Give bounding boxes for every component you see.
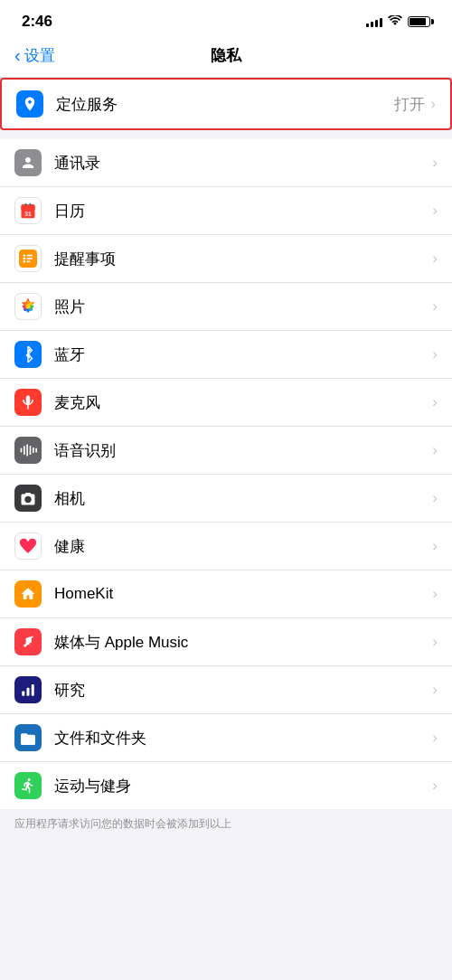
back-label: 设置 [24, 45, 55, 66]
photos-label: 照片 [54, 297, 432, 317]
health-label: 健康 [54, 536, 432, 557]
svg-rect-28 [35, 448, 37, 453]
chevron-icon: › [432, 250, 438, 268]
calendar-icon: 31 [14, 197, 42, 224]
svg-point-9 [24, 260, 26, 263]
svg-rect-24 [24, 446, 25, 455]
research-item[interactable]: 研究 › [0, 666, 452, 714]
chevron-icon: › [432, 537, 438, 555]
chevron-icon: › [432, 154, 438, 172]
bluetooth-label: 蓝牙 [54, 344, 432, 365]
svg-rect-31 [27, 688, 30, 696]
location-services-value: 打开 [394, 94, 425, 115]
svg-text:31: 31 [24, 211, 32, 217]
location-services-label: 定位服务 [56, 94, 394, 115]
speech-item[interactable]: 语音识别 › [0, 427, 452, 475]
chevron-icon: › [432, 777, 438, 795]
section-divider [0, 130, 452, 139]
reminders-item[interactable]: 提醒事项 › [0, 235, 452, 283]
contacts-icon [14, 149, 42, 176]
bottom-note: 应用程序请求访问您的数据时会被添加到以上 [0, 809, 452, 839]
svg-point-8 [24, 258, 26, 260]
speech-icon [14, 437, 42, 464]
files-item[interactable]: 文件和文件夹 › [0, 714, 452, 762]
camera-label: 相机 [54, 488, 432, 509]
svg-rect-12 [26, 261, 30, 263]
bottom-note-text: 应用程序请求访问您的数据时会被添加到以上 [14, 817, 231, 830]
chevron-icon: › [432, 202, 438, 220]
media-item[interactable]: 媒体与 Apple Music › [0, 618, 452, 666]
status-time: 2:46 [22, 13, 52, 31]
photos-item[interactable]: 照片 › [0, 283, 452, 331]
health-icon [14, 532, 42, 560]
files-label: 文件和文件夹 [54, 728, 432, 749]
microphone-item[interactable]: 麦克风 › [0, 379, 452, 427]
reminders-icon [14, 245, 42, 272]
camera-item[interactable]: 相机 › [0, 475, 452, 523]
location-icon [16, 90, 43, 118]
back-chevron-icon: ‹ [14, 46, 21, 64]
camera-icon [14, 485, 42, 512]
status-bar: 2:46 [0, 0, 452, 38]
media-icon [14, 628, 42, 655]
wifi-icon [388, 15, 402, 29]
research-icon [14, 676, 42, 703]
fitness-item[interactable]: 运动与健身 › [0, 762, 452, 809]
chevron-icon: › [432, 585, 438, 603]
back-button[interactable]: ‹ 设置 [14, 45, 55, 66]
battery-icon [408, 16, 430, 27]
fitness-label: 运动与健身 [54, 776, 432, 796]
privacy-list: 通讯录 › 31 日历 › [0, 139, 452, 809]
research-label: 研究 [54, 680, 432, 701]
chevron-icon: › [432, 393, 438, 411]
svg-rect-25 [26, 444, 28, 456]
fitness-icon [14, 772, 42, 799]
chevron-right-icon: › [430, 95, 436, 113]
svg-point-22 [25, 304, 31, 309]
location-services-item[interactable]: 定位服务 打开 › [0, 78, 452, 130]
svg-point-7 [24, 254, 26, 257]
svg-rect-30 [22, 692, 24, 696]
homekit-label: HomeKit [54, 585, 432, 603]
nav-bar: ‹ 设置 隐私 [0, 38, 452, 78]
svg-rect-2 [22, 208, 35, 211]
homekit-icon [14, 580, 42, 608]
microphone-icon [14, 389, 42, 416]
microphone-label: 麦克风 [54, 392, 432, 413]
photos-icon [14, 293, 42, 320]
media-label: 媒体与 Apple Music [54, 632, 432, 653]
svg-point-29 [26, 498, 30, 502]
contacts-item[interactable]: 通讯录 › [0, 139, 452, 187]
speech-label: 语音识别 [54, 440, 432, 461]
contacts-label: 通讯录 [54, 153, 432, 174]
status-icons [366, 15, 430, 29]
chevron-icon: › [432, 681, 438, 699]
svg-rect-5 [30, 203, 32, 206]
chevron-icon: › [432, 345, 438, 363]
svg-rect-27 [33, 448, 34, 454]
svg-rect-11 [26, 258, 33, 259]
svg-rect-23 [21, 448, 23, 453]
bluetooth-icon [14, 341, 42, 368]
chevron-icon: › [432, 297, 438, 316]
calendar-label: 日历 [54, 201, 432, 221]
homekit-item[interactable]: HomeKit › [0, 570, 452, 618]
svg-rect-26 [30, 446, 32, 455]
bluetooth-item[interactable]: 蓝牙 › [0, 331, 452, 379]
svg-rect-32 [32, 684, 34, 696]
health-item[interactable]: 健康 › [0, 523, 452, 570]
page-title: 隐私 [211, 45, 241, 66]
chevron-icon: › [432, 489, 438, 507]
signal-icon [366, 16, 382, 27]
files-icon [14, 724, 42, 751]
reminders-label: 提醒事项 [54, 249, 432, 269]
svg-rect-4 [25, 203, 27, 206]
chevron-icon: › [432, 633, 438, 651]
calendar-item[interactable]: 31 日历 › [0, 187, 452, 235]
chevron-icon: › [432, 441, 438, 459]
svg-rect-10 [26, 255, 33, 257]
chevron-icon: › [432, 729, 438, 747]
